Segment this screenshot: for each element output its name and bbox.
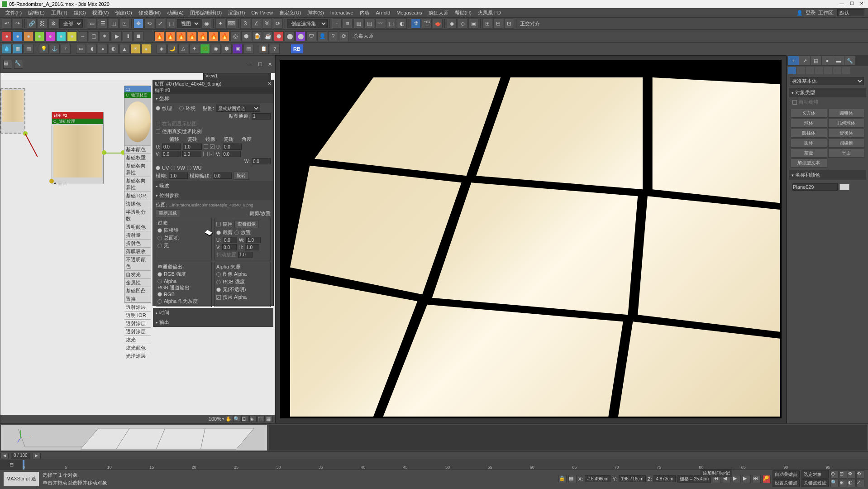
angle-snap-button[interactable]: ∠ [251,19,261,29]
crop-v[interactable] [222,244,237,250]
misc3-icon[interactable]: 🍺 [252,31,262,41]
nav-b-icon[interactable]: ⬚ [258,416,265,422]
t3-22-icon[interactable]: ▤ [243,44,253,54]
top-viewport-mini[interactable] [1,425,267,451]
grid-b-icon[interactable]: ⊟ [493,19,503,29]
randomizer-node[interactable]: 贴图 #2 C_随机纹理 ● 输入 [52,112,104,184]
t3-6-icon[interactable]: ⟟ [61,44,71,54]
primitive-button[interactable]: 长方体 [791,109,827,118]
sme-tool1-icon[interactable]: ▤ [3,60,12,69]
nav-fit-icon[interactable]: ⊡ [241,416,248,422]
tab-hierarchy-icon[interactable]: ▤ [811,56,821,65]
play-next-icon[interactable]: ▶ [743,475,751,483]
nav-5-icon[interactable]: 🔍 [830,479,839,487]
material-slot[interactable]: 透射涂层 [124,327,151,336]
physical-material-node[interactable]: 11 C_物理材质 基本颜色基础权重基础各向异性基础各向异性基础 IOR边缘色半… [124,86,151,303]
minimize-button[interactable]: — [837,1,846,7]
material-slot[interactable]: 基础凹凸 [124,287,151,295]
coord-x[interactable]: -16.496cm [585,475,610,482]
object-color-swatch[interactable] [839,184,849,190]
t3-15-icon[interactable]: 🌙 [167,44,177,54]
primitive-button[interactable]: 圆环 [791,139,827,148]
map-channel-input[interactable] [252,113,271,120]
material-slot[interactable]: 半透明分数 [124,208,151,223]
move-button[interactable]: ✥ [134,19,143,29]
chk-autogrid[interactable] [792,100,797,105]
t3-12-icon[interactable]: ☀ [130,44,140,54]
nav-a-icon[interactable]: ◈ [249,416,257,422]
orb1-icon[interactable]: ● [2,31,12,41]
chk-apply[interactable] [216,222,221,226]
misc4-icon[interactable]: ☕ [263,31,273,41]
t3-3-icon[interactable]: ▤ [24,44,33,54]
misc2-icon[interactable]: ⬢ [241,31,251,41]
t3-9-icon[interactable]: ● [98,44,108,54]
t3-11-icon[interactable]: ▲ [119,44,129,54]
material-slot[interactable]: 薄膜吸收 [124,247,151,255]
material-slot[interactable]: 光泽涂层 [124,352,151,360]
addtime-label[interactable]: 添加时间标记 [701,469,732,477]
subtab-systems-icon[interactable] [842,67,850,74]
arrow-icon[interactable]: → [78,31,88,41]
curve-editor-button[interactable]: 〰 [375,19,385,29]
section-noise[interactable]: 噪波 [153,181,273,191]
t3-17-icon[interactable]: ✦ [189,44,199,54]
rollout-objtype[interactable]: 对象类型 [789,88,866,97]
redo-button[interactable]: ↷ [13,19,23,29]
chk-premult[interactable] [216,295,221,300]
material-slot[interactable]: 透明 IOR [124,311,151,319]
render-button[interactable]: 🫖 [433,19,443,29]
bitmap-path[interactable]: ...inistrator\Desktop\maps\Maple_40x40_6… [169,203,253,207]
t3-21-icon[interactable]: ▣ [233,44,243,54]
play-icon[interactable]: ▶ [112,31,122,41]
fire2-icon[interactable]: 🔥 [165,31,175,41]
material-slot[interactable]: 边缘色 [124,200,151,208]
primitive-button[interactable]: 圆柱体 [791,129,827,138]
menu-file[interactable]: 文件(F) [3,9,24,17]
ref-coord-select[interactable]: 视图 [177,19,200,28]
select-region-button[interactable]: ◫ [109,19,119,29]
material-slot[interactable]: 基础权重 [124,153,151,162]
fire5-icon[interactable]: 🔥 [198,31,208,41]
material-slot[interactable]: 基本颜色 [124,145,151,153]
menu-tools[interactable]: 工具(T) [48,9,70,17]
section-coordinates[interactable]: 坐标 [153,94,273,103]
material-slot[interactable]: 基础 IOR [124,192,151,200]
window-crossing-button[interactable]: ⊡ [119,19,129,29]
primitive-button[interactable]: 平面 [828,149,865,158]
nav-c-icon[interactable]: ▦ [266,416,273,422]
rb-button[interactable]: RB [291,44,303,54]
select-object-button[interactable]: ▭ [87,19,97,29]
mono-rgb[interactable] [157,272,162,277]
material-slot[interactable]: 自发光 [124,270,151,278]
jitter-input[interactable] [238,252,253,258]
t3-18-icon[interactable]: 🌿 [200,44,210,54]
sme-close-button[interactable]: ✕ [268,62,272,67]
menu-civilview[interactable]: Civil View [248,9,275,16]
menu-rendering[interactable]: 渲染(R) [225,9,248,17]
radio-crop[interactable] [216,230,221,235]
selection-filter[interactable]: 全部 [59,19,83,28]
nav-1-icon[interactable]: ⊕ [830,470,839,479]
material-slot[interactable]: 透明颜色 [124,223,151,231]
orb7-icon[interactable]: ● [67,31,77,41]
filter-pyramidal[interactable] [157,228,162,233]
refresh-icon[interactable]: ⟳ [339,31,349,41]
nav-8-icon[interactable]: ⤢ [856,479,864,487]
ribbon-button[interactable]: ▤ [364,19,374,29]
subtab-shapes-icon[interactable] [797,67,805,74]
material-slot[interactable]: 炫光 [124,336,151,344]
port-in-2[interactable] [49,179,54,183]
material-slot[interactable]: 折射色 [124,239,151,247]
rollout-name-color[interactable]: 名称和颜色 [789,170,866,180]
menu-megascans[interactable]: Megascans [394,9,424,16]
play-end-icon[interactable]: ⏭ [753,475,761,483]
t3-2-icon[interactable]: ▦ [13,44,23,54]
primitive-button[interactable]: 管状体 [828,129,865,138]
stop-icon[interactable]: ⏹ [134,31,143,41]
misc8-icon[interactable]: 🛡 [306,31,316,41]
lock-icon[interactable]: 🔒 [558,475,567,483]
material-slot[interactable]: 折射量 [124,231,151,239]
view-image-button[interactable]: 查看图像 [234,220,259,228]
primitive-button[interactable]: 加强型文本 [791,158,827,168]
